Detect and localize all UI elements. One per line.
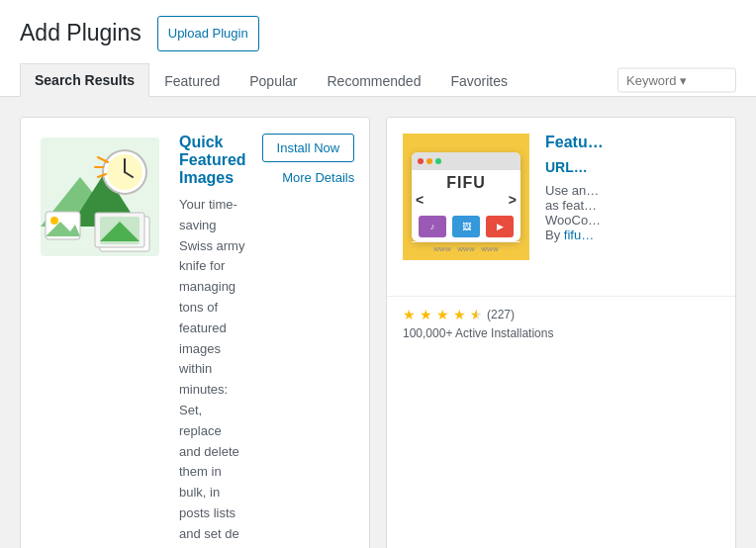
plugins-grid: Quick Featured Images Your time-saving S… [0, 97, 756, 548]
more-details-link-quick-featured-images[interactable]: More Details [282, 170, 354, 185]
plugin-desc-fifu-3: WooCo… [545, 213, 704, 228]
install-button-quick-featured-images[interactable]: Install Now [262, 134, 355, 162]
page-header: Add Plugins Upload Plugin Search Results… [0, 0, 756, 97]
rating-count-fifu: (227) [487, 308, 515, 321]
upload-plugin-button[interactable]: Upload Plugin [157, 16, 259, 51]
plugin-info-quick-featured-images: Quick Featured Images Your time-saving S… [179, 134, 246, 548]
svg-point-11 [50, 217, 58, 225]
plugin-author-link-fifu[interactable]: fifu… [564, 228, 594, 242]
plugin-desc-fifu-2: as feat… [545, 198, 704, 213]
plugin-footer-fifu: ★ ★ ★ ★ ★★ (227) 100,000+ Active Install… [387, 296, 735, 350]
plugin-card-quick-featured-images: Quick Featured Images Your time-saving S… [20, 117, 370, 548]
plugin-author-fifu: By fifu… [545, 228, 704, 242]
search-input[interactable] [617, 67, 736, 92]
active-installs-fifu: 100,000+ Active Installations [403, 326, 553, 340]
plugin-name-quick-featured-images[interactable]: Quick Featured Images [179, 134, 246, 187]
plugin-desc-quick-featured-images: Your time-saving Swiss army knife for ma… [179, 195, 246, 548]
search-box-area [617, 67, 736, 92]
star-2: ★ [420, 307, 432, 322]
tab-popular[interactable]: Popular [235, 64, 312, 97]
plugin-name-fifu-url[interactable]: URL… [545, 159, 704, 175]
star-1: ★ [403, 307, 416, 322]
plugin-name-fifu[interactable]: Featu… [545, 134, 704, 151]
plugin-actions-quick-featured-images: Install Now More Details [262, 134, 355, 548]
plugin-desc-fifu: Use an… [545, 183, 704, 198]
plugin-info-fifu: Featu… URL… Use an… as feat… WooCo… By f… [545, 134, 704, 280]
plugin-card-fifu: FIFU < > ♪ 🖼 [386, 117, 736, 548]
page-title: Add Plugins [20, 19, 142, 48]
star-5-half-fifu: ★★ [470, 307, 483, 322]
tab-featured[interactable]: Featured [149, 64, 235, 97]
tab-recommended[interactable]: Recommended [312, 64, 435, 97]
plugin-icon-quick-featured-images [37, 134, 163, 260]
star-4: ★ [453, 307, 466, 322]
rating-stars-fifu: ★ ★ ★ ★ ★★ (227) [403, 307, 553, 322]
tab-favorites[interactable]: Favorites [435, 64, 522, 97]
tab-search-results[interactable]: Search Results [20, 63, 149, 97]
plugin-icon-fifu: FIFU < > ♪ 🖼 [403, 134, 529, 260]
star-3: ★ [436, 307, 449, 322]
